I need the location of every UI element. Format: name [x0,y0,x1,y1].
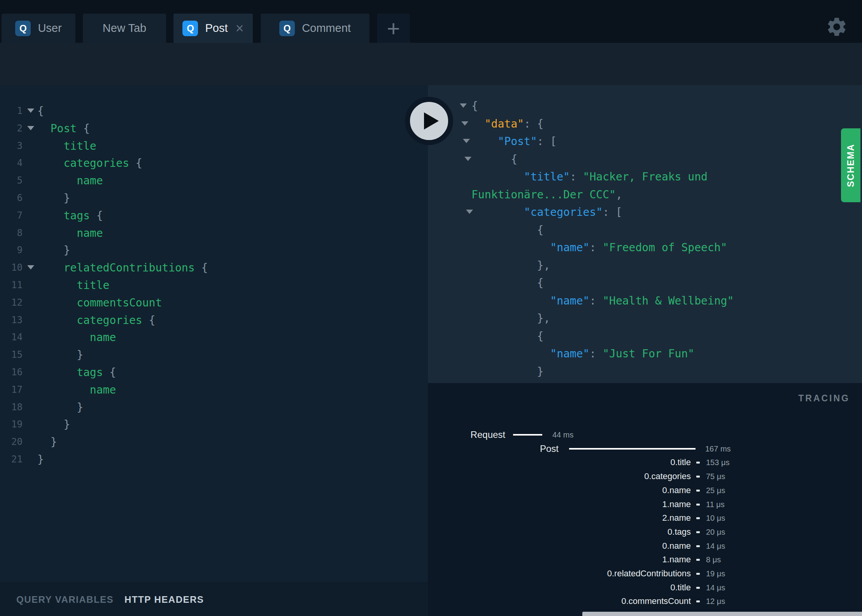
trace-label: 1.name [662,497,691,511]
line-number: 17 [0,381,23,399]
editor-footer: QUERY VARIABLES HTTP HEADERS [0,583,428,616]
http-headers-tab[interactable]: HTTP HEADERS [124,594,204,605]
tracing-title: TRACING [798,393,850,404]
trace-duration-tick [696,504,700,506]
fold-arrow-icon[interactable] [27,108,34,113]
fold-arrow-icon[interactable] [464,157,471,161]
trace-row: 0.name25 μs [428,483,862,497]
trace-row: 0.name14 μs [428,539,862,553]
tab-comment[interactable]: Q Comment [261,14,370,43]
query-badge: Q [279,21,295,36]
trace-row: 0.categories75 μs [428,469,862,483]
query-badge: Q [15,21,31,36]
response-pane: { "data": { "Post": [ { "title": "Hacker… [428,85,862,383]
tab-label: User [38,22,61,35]
query-line: title [37,276,109,294]
trace-duration-tick [696,600,700,602]
trace-duration: 14 μs [706,581,725,595]
response-line: "name": "Freedom of Speech" [471,239,727,256]
toolbar: PRETTIFY HISTORY COPY CURL SHARE PLAYGRO… [0,43,862,85]
trace-duration-tick [696,476,700,478]
line-number: 5 [0,172,23,189]
trace-row: 0.title153 μs [428,455,862,469]
trace-label: 1.name [662,553,691,567]
response-line: ] [471,380,531,383]
close-tab-icon[interactable]: × [236,21,244,35]
schema-side-tab[interactable]: SCHEMA [841,128,860,202]
query-line: } [37,189,70,207]
tab-post[interactable]: Q Post × [173,14,253,43]
line-number: 19 [0,416,23,433]
response-line: "categories": [ [471,203,622,221]
query-variables-tab[interactable]: QUERY VARIABLES [16,594,114,605]
trace-duration: 20 μs [706,525,725,539]
trace-duration: 25 μs [706,483,725,497]
trace-duration-bar [513,434,542,436]
play-icon [424,112,439,130]
query-line: categories { [37,312,155,329]
trace-duration-tick [696,573,700,575]
tab-label: New Tab [103,22,146,35]
trace-label: Request [471,428,505,442]
tab-label: Comment [302,22,351,35]
settings-gear-icon[interactable] [825,16,848,38]
fold-arrow-icon[interactable] [461,121,468,126]
trace-row: 0.tags20 μs [428,525,862,539]
trace-duration: 44 ms [552,428,573,442]
tab-user[interactable]: Q User [2,14,75,43]
trace-row: 0.title14 μs [428,581,862,595]
tab-bar: Q User New Tab Q Post × Q Comment + [0,0,862,43]
execute-query-button[interactable] [405,97,453,145]
trace-label: 0.categories [644,469,691,483]
fold-arrow-icon[interactable] [460,103,467,108]
trace-duration: 12 μs [706,594,725,608]
response-line: { [471,327,543,345]
trace-label: 0.title [670,581,691,595]
line-number: 10 [0,259,23,276]
graphql-playground-window: Q User New Tab Q Post × Q Comment + PRET… [0,0,862,616]
line-number: 21 [0,451,23,468]
query-line: Post { [37,120,90,137]
tracing-panel: TRACING Request44 msPost167 ms0.title153… [428,383,862,616]
horizontal-scrollbar[interactable] [582,612,862,616]
response-line: { [471,97,478,115]
trace-row: Post167 ms [428,442,862,456]
response-line: "Post": [ [471,133,557,150]
response-line: { [471,274,543,292]
trace-row: 0.relatedContributions19 μs [428,567,862,581]
query-line: } [37,242,70,259]
query-editor-pane[interactable]: 1{2 Post {3 title4 categories {5 name6 }… [0,85,428,583]
query-line: commentsCount [37,294,162,312]
line-number: 18 [0,399,23,416]
response-line: }, [471,310,550,327]
query-line: } [37,433,57,451]
new-tab-button[interactable]: + [377,14,410,43]
line-number: 16 [0,364,23,381]
trace-label: 0.name [662,483,691,497]
fold-arrow-icon[interactable] [463,139,470,143]
query-line: tags { [37,364,116,381]
trace-duration: 19 μs [706,567,725,581]
line-number: 12 [0,294,23,312]
fold-arrow-icon[interactable] [27,126,34,130]
response-line: "data": { [471,115,543,133]
query-line: relatedContributions { [37,259,208,276]
trace-label: 0.relatedContributions [607,567,691,581]
fold-arrow-icon[interactable] [27,265,34,270]
response-line: "name": "Health & Wellbeing" [471,292,734,310]
trace-duration: 167 ms [705,442,731,456]
trace-label: 0.title [670,455,691,469]
trace-duration: 14 μs [706,539,725,553]
trace-row: 2.name10 μs [428,511,862,525]
trace-duration-bar [569,448,696,450]
schema-side-tab-label: SCHEMA [841,128,860,202]
response-line: { [471,150,517,168]
query-line: name [37,224,103,242]
response-line: "name": "Just For Fun" [471,345,694,362]
query-line: categories { [37,154,142,172]
trace-duration-tick [696,462,700,464]
trace-row: Request44 ms [428,428,862,442]
tab-label: Post [205,22,228,35]
tab-new-tab[interactable]: New Tab [83,14,166,43]
line-number: 3 [0,137,23,155]
